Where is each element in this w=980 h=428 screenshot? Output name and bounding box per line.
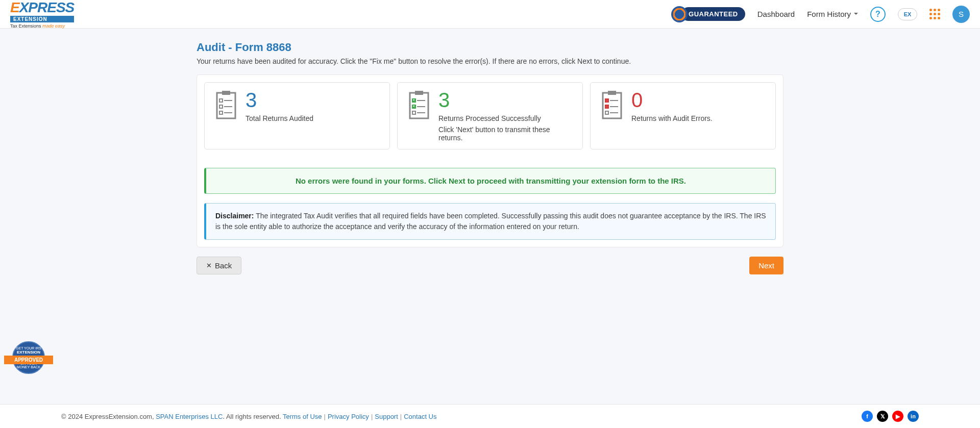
clipboard-icon (214, 90, 238, 122)
nav-dashboard[interactable]: Dashboard (757, 10, 795, 18)
logo[interactable]: EXPRESS EXTENSION Tax Extensions made ea… (10, 0, 74, 29)
help-icon[interactable]: ? (870, 7, 886, 22)
ex-toggle[interactable]: EX (898, 8, 917, 20)
audit-panel: 3 Total Returns Audited (197, 74, 783, 247)
clipboard-check-icon (407, 90, 431, 122)
svg-rect-14 (412, 111, 415, 114)
clipboard-error-icon (600, 90, 624, 122)
errors-label: Returns with Audit Errors. (631, 114, 766, 122)
guarantee-badge[interactable]: GUARANTEED (671, 6, 745, 22)
stat-card-audited: 3 Total Returns Audited (204, 82, 390, 149)
header-bar: EXPRESS EXTENSION Tax Extensions made ea… (0, 0, 980, 29)
success-sub: Click 'Next' button to transmit these re… (438, 125, 573, 142)
nav-form-history[interactable]: Form History (807, 10, 858, 18)
next-button[interactable]: Next (749, 257, 783, 274)
errors-count: 0 (631, 90, 766, 110)
svg-rect-9 (415, 91, 423, 95)
apps-grid-icon[interactable] (929, 9, 940, 19)
svg-rect-6 (219, 111, 223, 114)
page-title: Audit - Form 8868 (197, 41, 783, 54)
success-count: 3 (438, 90, 573, 110)
stat-card-success: 3 Returns Processed Successfully Click '… (397, 82, 583, 149)
audited-count: 3 (246, 90, 380, 110)
success-banner: No errors were found in your forms. Clic… (204, 168, 776, 194)
svg-rect-4 (219, 105, 223, 108)
ribbon-seal-icon (671, 6, 688, 22)
svg-rect-1 (222, 91, 230, 95)
disclaimer-label: Disclaimer: (215, 212, 254, 220)
logo-tagline: Tax Extensions made easy (10, 23, 74, 29)
page-description: Your returns have been audited for accur… (197, 57, 783, 65)
back-button[interactable]: Back (197, 257, 241, 274)
audited-label: Total Returns Audited (246, 114, 380, 122)
logo-sub: EXTENSION (10, 16, 74, 22)
success-label: Returns Processed Successfully (438, 114, 573, 122)
svg-rect-17 (608, 91, 616, 95)
avatar[interactable]: S (952, 6, 970, 23)
disclaimer-box: Disclaimer: The integrated Tax Audit ver… (204, 203, 776, 240)
disclaimer-text: The integrated Tax Audit verifies that a… (215, 212, 766, 231)
svg-rect-2 (219, 99, 223, 102)
stat-card-errors: 0 Returns with Audit Errors. (590, 82, 776, 149)
guarantee-label: GUARANTEED (681, 7, 745, 21)
svg-rect-22 (605, 111, 608, 114)
